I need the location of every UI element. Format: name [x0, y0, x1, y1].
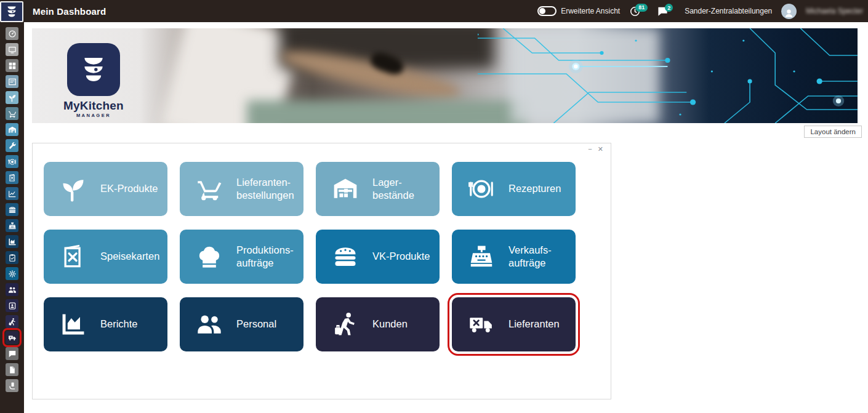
sidebar-item-support[interactable] — [6, 379, 18, 392]
sidebar-item-ek-produkte[interactable] — [6, 91, 18, 104]
circuit-graphic — [478, 28, 858, 123]
brand-block: MyKitchen MANAGER — [38, 43, 149, 118]
tile-label: Personal — [236, 318, 276, 331]
hand-phone-icon — [8, 382, 17, 390]
tile-lieferanten[interactable]: Lieferanten — [452, 297, 576, 351]
tile-label: Speisekarten — [100, 250, 159, 263]
tile-lieferantenbestellungen[interactable]: Lieferanten- bestellungen — [180, 162, 303, 216]
board-icon — [8, 78, 17, 86]
tile-grid: EK-Produkte Lieferanten- bestellungen La… — [33, 143, 611, 351]
warehouse-icon — [8, 126, 17, 134]
panel-minimize-button[interactable]: − — [588, 146, 592, 153]
chef-hat-icon — [196, 243, 223, 270]
banner: MyKitchen MANAGER — [32, 28, 858, 123]
tile-produktionsauftraege[interactable]: Produktions- aufträge — [180, 230, 303, 284]
area-chart-icon — [60, 311, 87, 338]
messages-count-badge: 2 — [665, 4, 673, 12]
user-name: Michaela Specter — [806, 7, 863, 15]
tile-label: Produktions- aufträge — [236, 244, 294, 270]
tile-label: Berichte — [100, 318, 138, 331]
cash-register-icon — [8, 222, 17, 230]
bowls-logo-icon — [4, 4, 19, 19]
notifications-count-badge: 81 — [635, 4, 648, 12]
burger-icon — [332, 243, 359, 270]
app-logo[interactable] — [0, 1, 23, 22]
cart-icon — [8, 110, 17, 118]
sidebar-item-lieferantenbestellungen[interactable] — [6, 107, 18, 120]
delivery-truck-icon — [468, 311, 495, 338]
tile-personal[interactable]: Personal — [180, 297, 303, 351]
tile-label: Verkaufs- aufträge — [508, 244, 552, 270]
sidebar-item-einstellungen[interactable] — [6, 267, 18, 280]
menu-card-icon — [60, 243, 87, 270]
sidebar-item-personalkarten[interactable] — [6, 299, 18, 312]
sidebar-item-berichte[interactable] — [6, 235, 18, 248]
tile-vk-produkte[interactable]: VK-Produkte — [316, 230, 440, 284]
toggle-knob — [539, 8, 545, 14]
tile-kunden[interactable]: Kunden — [316, 297, 440, 351]
area-chart-icon — [8, 238, 17, 246]
tile-speisekarten[interactable]: Speisekarten — [44, 230, 167, 284]
sidebar-item-lagerbestaende[interactable] — [6, 123, 18, 136]
tile-verkaufsauftraege[interactable]: Verkaufs- aufträge — [452, 230, 576, 284]
page-title: Mein Dashboard — [33, 6, 106, 17]
sidebar-item-auftraege[interactable] — [6, 251, 18, 264]
notifications-button[interactable]: 81 — [629, 4, 648, 18]
badge-icon — [8, 302, 17, 310]
sidebar-item-lieferanten[interactable] — [6, 331, 18, 344]
sidebar — [0, 22, 24, 413]
clipboard-icon — [8, 254, 17, 262]
main-content: MyKitchen MANAGER Layout ändern − ✕ EK-P… — [24, 22, 868, 413]
organization-label: Sander-Zentralabteilungen — [685, 7, 772, 15]
people-icon — [8, 286, 17, 294]
tile-rezepturen[interactable]: Rezepturen — [452, 162, 576, 216]
extended-view-toggle[interactable] — [537, 6, 557, 16]
walking-person-icon — [332, 311, 359, 338]
plate-icon — [8, 158, 17, 166]
delivery-truck-icon — [8, 334, 17, 342]
sidebar-item-screens[interactable] — [6, 43, 18, 56]
tile-label: VK-Produkte — [372, 250, 430, 263]
sidebar-item-dokumente[interactable] — [6, 363, 18, 376]
sidebar-item-dashboard[interactable] — [6, 27, 18, 40]
panel-controls: − ✕ — [588, 146, 603, 153]
wrench-icon — [8, 142, 17, 150]
plate-icon — [468, 175, 495, 202]
tile-label: Rezepturen — [508, 182, 561, 195]
walking-person-icon — [8, 318, 17, 326]
menu-card-icon — [8, 174, 17, 182]
sidebar-item-modules[interactable] — [6, 59, 18, 72]
sidebar-item-personal[interactable] — [6, 283, 18, 296]
sidebar-item-kunden[interactable] — [6, 315, 18, 328]
brand-subtitle: MANAGER — [38, 113, 149, 118]
panel-close-button[interactable]: ✕ — [598, 146, 603, 153]
sidebar-item-werkzeuge[interactable] — [6, 139, 18, 152]
cart-icon — [196, 175, 223, 202]
document-icon — [8, 366, 17, 374]
sidebar-item-speisekarten[interactable] — [6, 171, 18, 184]
user-avatar[interactable] — [781, 4, 797, 19]
sidebar-item-vk-produkte[interactable] — [6, 203, 18, 216]
brand-name: MyKitchen — [38, 99, 149, 113]
chart-line-icon — [8, 190, 17, 198]
dashboard-panel: − ✕ EK-Produkte Lieferanten- bestellunge… — [32, 143, 611, 399]
warehouse-icon — [332, 175, 359, 202]
burger-icon — [8, 206, 17, 214]
tile-ek-produkte[interactable]: EK-Produkte — [44, 162, 167, 216]
messages-button[interactable]: 2 — [657, 4, 675, 18]
tile-lagerbestaende[interactable]: Lager- bestände — [316, 162, 440, 216]
sidebar-item-rezepturen[interactable] — [6, 155, 18, 168]
sidebar-item-verkaufsauftraege[interactable] — [6, 219, 18, 232]
mykitchen-logo — [67, 43, 120, 96]
tile-berichte[interactable]: Berichte — [44, 297, 167, 351]
layout-change-button[interactable]: Layout ändern — [804, 126, 862, 138]
sidebar-item-boards[interactable] — [6, 75, 18, 88]
cash-register-icon — [468, 243, 495, 270]
grid-icon — [8, 62, 17, 70]
bowls-logo-icon — [77, 53, 110, 86]
screen-icon — [8, 46, 17, 54]
tile-label: Kunden — [372, 318, 408, 331]
sidebar-item-auswertungen[interactable] — [6, 187, 18, 200]
tile-label: EK-Produkte — [100, 182, 158, 195]
sidebar-item-nachrichten[interactable] — [6, 347, 18, 360]
